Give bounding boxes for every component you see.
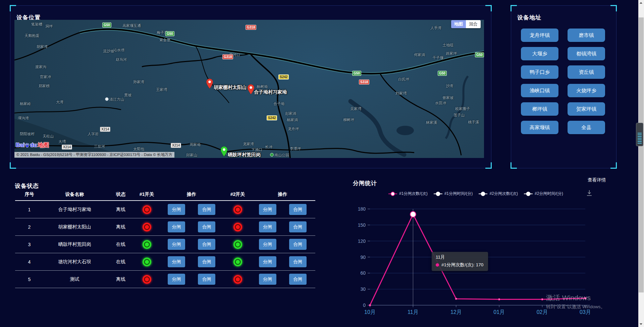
open-switch-button[interactable]: 分闸 [259,204,276,215]
switch2-indicator [233,223,242,231]
address-button[interactable]: 贺家坪镇 [568,102,605,116]
map-place-label: 官家冲 [40,74,51,79]
row-index: 4 [15,259,44,265]
close-switch-button[interactable]: 合闸 [198,256,215,267]
device-name: 晒鼓坪村荒田岗 [44,241,106,248]
legend-item[interactable]: #2分闸时间/(分) [524,191,563,197]
map-place-label: 路家坪 [446,51,457,56]
address-button[interactable]: 磨市镇 [568,29,605,42]
chart-tooltip: 11月 #1分闸次数/(次): 170 [432,252,488,271]
legend-item[interactable]: #1分闸次数/(次) [388,191,428,197]
baidu-map[interactable]: 笔架槽洞坪天鹅抱蛋胡家湾渡家沟官家冲郑家榜大湾杨家岭墠沟湾阴阳坡村天柱山人字岩大… [14,20,484,158]
scrollbar-widget[interactable] [636,123,643,146]
map-place-label: 阴阳坡村 [20,131,35,137]
open-switch-button[interactable]: 分闸 [168,274,185,285]
view-details-link[interactable]: 查看详情 [588,177,606,183]
svg-text:12月: 12月 [450,309,462,315]
scrollbar-down-arrow[interactable] [638,321,644,327]
scenic-icon [105,97,109,101]
address-button[interactable]: 榔坪镇 [521,102,558,116]
table-row: 5测试离线分闸合闸分闸合闸 [15,271,315,288]
map-place-label: 合子坳 [273,101,284,106]
open-switch-button[interactable]: 分闸 [259,239,276,250]
map-place-label: 墠沟湾 [18,116,29,121]
device-pin-icon[interactable] [221,146,227,158]
close-switch-button[interactable]: 合闸 [289,204,307,215]
download-icon[interactable] [586,189,593,198]
map-place-label: 大塆 [58,139,66,144]
windows-activation-hint: 转到"设置"以激活 Windows。 [546,304,605,310]
switch2-indicator [233,205,242,214]
legend-marker-icon [434,194,442,194]
map-place-label: 龙家湾 [243,142,254,147]
map-place-label: 杨家岭 [20,101,31,106]
corner-decoration [10,5,16,11]
map-place-label: 曾家坡 [442,95,453,100]
scrollbar-thumb[interactable] [639,17,644,292]
address-button[interactable]: 大堰乡 [521,47,558,60]
baidu-logo-map-word: 地图 [38,141,49,149]
switch1-indicator [143,223,151,231]
svg-text:11月: 11月 [408,309,419,315]
close-switch-button[interactable]: 合闸 [198,239,215,250]
address-button[interactable]: 都镇湾镇 [568,47,605,60]
map-place-label: 下渔口 [251,147,262,152]
switch1-indicator [143,240,151,249]
address-button[interactable]: 资丘镇 [568,65,605,79]
close-switch-button[interactable]: 合闸 [289,239,307,250]
address-button[interactable]: 全县 [568,121,605,134]
table-header-cell: 操作 [158,192,225,198]
map-type-hybrid-button[interactable]: 混合 [466,20,481,28]
device-pin-icon[interactable] [206,78,213,90]
svg-text:03月: 03月 [580,309,591,315]
close-switch-button[interactable]: 合闸 [289,221,307,232]
switch1-indicator [143,275,151,284]
map-place-label: 赵马河 [116,57,127,62]
table-header-row: 序号设备名称状态#1开关操作#2开关操作 [15,189,315,201]
device-address-title: 设备地址 [517,14,541,21]
map-place-label: 孙家湾 [133,79,144,85]
close-switch-button[interactable]: 合闸 [198,204,215,215]
map-place-label: 笔架槽 [31,22,42,27]
address-button[interactable]: 渔峡口镇 [521,84,558,97]
open-switch-button[interactable]: 分闸 [259,274,276,285]
map-place-label: 胡家湾 [37,44,48,49]
switch2-indicator [233,240,242,249]
table-header-cell: 序号 [15,192,44,198]
map-place-label: 杨家淌 [287,117,298,122]
open-switch-button[interactable]: 分闸 [168,204,185,215]
address-button[interactable]: 高家堰镇 [521,121,558,134]
svg-text:120: 120 [358,238,366,244]
switch2-indicator [233,258,242,266]
scrollbar-up-arrow[interactable] [638,0,644,6]
road-badge: X214 [100,127,110,132]
open-switch-button[interactable]: 分闸 [168,221,185,232]
close-switch-button[interactable]: 合闸 [289,256,307,267]
map-place-label: 欧家圈子 [455,106,470,111]
row-index: 5 [15,277,44,282]
open-switch-button[interactable]: 分闸 [168,256,185,267]
open-switch-button[interactable]: 分闸 [259,221,276,232]
close-switch-button[interactable]: 合闸 [198,274,215,285]
legend-item[interactable]: #1分闸时间/(分) [434,191,473,197]
address-button[interactable]: 鸭子口乡 [521,65,558,79]
close-switch-button[interactable]: 合闸 [289,274,307,285]
road-badge: G50 [352,71,361,76]
address-button[interactable]: 龙舟坪镇 [521,29,558,42]
svg-text:180: 180 [358,206,366,212]
address-button[interactable]: 火烧坪乡 [568,84,605,97]
baidu-logo-du: du [30,142,37,149]
open-switch-button[interactable]: 分闸 [168,239,185,250]
map-place-label: 郑家榜 [39,84,50,89]
legend-item[interactable]: #2分闸次数/(次) [479,191,518,197]
address-button-grid: 龙舟坪镇磨市镇大堰乡都镇湾镇鸭子口乡资丘镇渔峡口镇火烧坪乡榔坪镇贺家坪镇高家堰镇… [521,29,605,134]
close-switch-button[interactable]: 合闸 [198,221,215,232]
legend-label: #1分闸次数/(次) [399,191,428,197]
legend-label: #1分闸时间/(分) [444,191,473,197]
page-scrollbar [638,0,644,327]
legend-label: #2分闸时间/(分) [535,191,563,197]
legend-marker-icon [479,194,487,194]
device-pin-icon[interactable] [248,84,254,96]
map-type-map-button[interactable]: 地图 [451,20,466,28]
open-switch-button[interactable]: 分闸 [259,256,276,267]
